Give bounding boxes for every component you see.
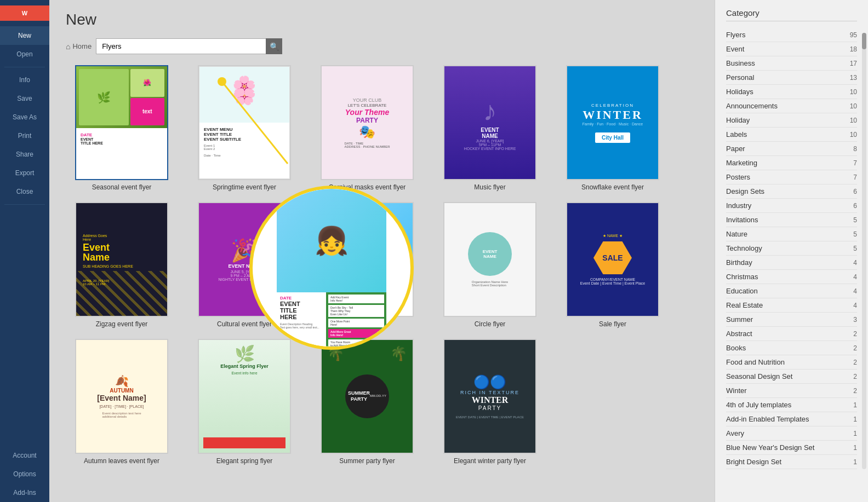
sidebar-item-open[interactable]: Open — [0, 45, 49, 64]
category-row-real-estate[interactable]: Real Estate 4 — [726, 298, 857, 313]
carnival-party-label: PARTY — [356, 117, 378, 124]
home-link[interactable]: ⌂ Home — [66, 42, 92, 51]
scrollbar-track[interactable] — [862, 33, 866, 469]
category-row-bright-design-set[interactable]: Bright Design Set 1 — [726, 455, 857, 469]
category-count-posters: 7 — [853, 174, 857, 181]
category-row-technology[interactable]: Technology 5 — [726, 241, 857, 256]
category-label-winter: Winter — [726, 386, 747, 395]
category-label-food-nutrition: Food and Nutrition — [726, 358, 785, 366]
category-count-winter: 2 — [853, 387, 857, 395]
template-item-snowflake[interactable]: Celebration WINTER Family · Fun · Food ·… — [557, 65, 669, 191]
template-label-elegant-winter: Elegant winter party flyer — [454, 457, 526, 465]
elegant-ribbon — [203, 437, 285, 448]
template-grid: 🌿 🌺 text DATE EVENTTITLE HERE Seasonal e… — [66, 65, 669, 465]
category-count-labels: 10 — [850, 131, 857, 139]
category-row-holidays[interactable]: Holidays 10 — [726, 85, 857, 99]
template-label-circle: Circle flyer — [475, 320, 506, 328]
category-row-seasonal-design-set[interactable]: Seasonal Design Set 2 — [726, 370, 857, 384]
category-count-technology: 5 — [853, 245, 857, 252]
sidebar-item-info[interactable]: Info — [0, 71, 49, 89]
template-item-circle[interactable]: EVENTNAME Organization Name HereShort Ev… — [434, 202, 546, 328]
category-row-abstract[interactable]: Abstract 2 — [726, 327, 857, 341]
template-item-autumn[interactable]: 🍂 AUTUMN [Event Name] [DATE] · [TIME] · … — [66, 339, 178, 465]
category-row-add-in-enabled[interactable]: Add-in Enabled Templates 1 — [726, 412, 857, 426]
flyer-top-image: 🌿 🌺 text — [76, 66, 167, 128]
sidebar-item-save[interactable]: Save — [0, 89, 49, 108]
snowflake-celebration-label: Celebration — [591, 103, 634, 108]
template-item-elegant-winter[interactable]: 🔵🔵 RICH IN TEXTURE WINTER PARTY EVENT DA… — [434, 339, 546, 465]
template-item-music[interactable]: ♪ EVENTNAME JUNE 6, [YEAR]5PM – 11PMHOCK… — [434, 65, 546, 191]
sidebar-item-new[interactable]: New — [0, 26, 49, 45]
search-bar: ⌂ Home 🔍 — [66, 38, 698, 54]
sidebar-item-account[interactable]: Account — [0, 446, 49, 465]
template-item-forsale[interactable]: LAWN MOWER FOR SALE (000) 000-0000 Lorem… — [311, 202, 423, 328]
flyer-circle-preview: EVENTNAME Organization Name HereShort Ev… — [444, 203, 535, 316]
sidebar-item-saveas[interactable]: Save As — [0, 108, 49, 126]
category-row-marketing[interactable]: Marketing 7 — [726, 156, 857, 170]
sidebar-item-close[interactable]: Close — [0, 182, 49, 201]
circle-event-badge: EVENTNAME — [468, 232, 512, 276]
template-item-springtime[interactable]: 🌸 EVENT MENUEVENT TITLEEVENT SUBTITLE Ev… — [189, 65, 300, 191]
search-input[interactable] — [96, 38, 282, 54]
category-row-food-nutrition[interactable]: Food and Nutrition 2 — [726, 355, 857, 370]
category-row-education[interactable]: Education 4 — [726, 284, 857, 298]
template-thumb-elegant-spring: 🌿 Elegant Spring Flyer Event info here — [198, 339, 291, 454]
template-item-zigzag[interactable]: Address GoesHere EventName SUB HEADING G… — [66, 202, 178, 328]
category-row-summer[interactable]: Summer 3 — [726, 313, 857, 327]
category-row-blue-new-years[interactable]: Blue New Year's Design Set 1 — [726, 441, 857, 455]
category-row-business[interactable]: Business 17 — [726, 56, 857, 71]
sidebar-item-print[interactable]: Print — [0, 126, 49, 145]
category-count-4th-july: 1 — [853, 401, 857, 409]
flyer-forsale-preview: LAWN MOWER FOR SALE (000) 000-0000 Lorem… — [322, 203, 413, 316]
category-count-christmas: 4 — [853, 273, 857, 281]
category-row-christmas[interactable]: Christmas 4 — [726, 270, 857, 284]
category-row-posters[interactable]: Posters 7 — [726, 170, 857, 184]
category-row-labels[interactable]: Labels 10 — [726, 128, 857, 142]
category-label-design-sets: Design Sets — [726, 187, 764, 195]
template-item-summer[interactable]: 🌴 🌴 SUMMERPARTYMM.DD.YY Summer party fly… — [311, 339, 423, 465]
zigzag-heading: SUB HEADING GOES HERE — [83, 264, 133, 268]
category-row-birthday[interactable]: Birthday 4 — [726, 256, 857, 270]
search-button[interactable]: 🔍 — [266, 38, 282, 54]
category-label-personal: Personal — [726, 73, 754, 82]
category-row-avery[interactable]: Avery 1 — [726, 426, 857, 441]
template-item-seasonal[interactable]: 🌿 🌺 text DATE EVENTTITLE HERE Seasonal e… — [66, 65, 178, 191]
category-row-nature[interactable]: Nature 5 — [726, 227, 857, 241]
sidebar-item-addins[interactable]: Add-Ins — [0, 483, 49, 502]
sidebar-item-share[interactable]: Share — [0, 145, 49, 164]
sidebar-item-options[interactable]: Options — [0, 465, 49, 483]
category-row-announcements[interactable]: Announcements 10 — [726, 99, 857, 113]
category-label-holidays: Holidays — [726, 88, 753, 96]
category-row-paper[interactable]: Paper 8 — [726, 142, 857, 156]
autumn-leaf-icon: 🍂 — [115, 374, 129, 388]
category-label-real-estate: Real Estate — [726, 301, 763, 309]
category-count-summer: 3 — [853, 316, 857, 324]
sidebar-item-export[interactable]: Export — [0, 164, 49, 182]
template-label-snowflake: Snowflake event flyer — [581, 183, 644, 191]
flyer-event-title: EVENTTITLE HERE — [81, 137, 163, 145]
category-label-birthday: Birthday — [726, 258, 752, 267]
category-row-personal[interactable]: Personal 13 — [726, 71, 857, 85]
category-row-books[interactable]: Books 2 — [726, 341, 857, 355]
template-item-sale[interactable]: ★ NAME ★ SALE COMPANY/EVENT NAMEEvent Da… — [557, 202, 669, 328]
category-row-flyers[interactable]: Flyers 95 — [726, 28, 857, 42]
category-row-winter[interactable]: Winter 2 — [726, 384, 857, 398]
category-row-industry[interactable]: Industry 6 — [726, 199, 857, 213]
scrollbar-thumb[interactable] — [862, 33, 866, 49]
category-row-design-sets[interactable]: Design Sets 6 — [726, 184, 857, 199]
category-row-holiday[interactable]: Holiday 10 — [726, 113, 857, 128]
template-thumb-sale: ★ NAME ★ SALE COMPANY/EVENT NAMEEvent Da… — [566, 202, 659, 317]
category-label-marketing: Marketing — [726, 159, 757, 167]
template-item-carnival[interactable]: YOUR CLUB LET'S CELEBRATE Your Theme PAR… — [311, 65, 423, 191]
flyer-spring-top: 🌸 — [199, 67, 289, 123]
category-label-paper: Paper — [726, 145, 745, 153]
template-item-cultural[interactable]: 🎉 EVENT NAME JUNE 5, [YEAR]9 PM – 2 AM N… — [189, 202, 300, 328]
category-row-4th-july[interactable]: 4th of July templates 1 — [726, 398, 857, 412]
category-label-industry: Industry — [726, 201, 751, 210]
category-count-announcements: 10 — [850, 102, 857, 110]
category-row-invitations[interactable]: Invitations 5 — [726, 213, 857, 227]
category-row-event[interactable]: Event 18 — [726, 42, 857, 56]
template-item-elegant-spring[interactable]: 🌿 Elegant Spring Flyer Event info here E… — [189, 339, 300, 465]
search-input-wrap: 🔍 — [96, 38, 282, 54]
template-thumb-autumn: 🍂 AUTUMN [Event Name] [DATE] · [TIME] · … — [75, 339, 168, 454]
